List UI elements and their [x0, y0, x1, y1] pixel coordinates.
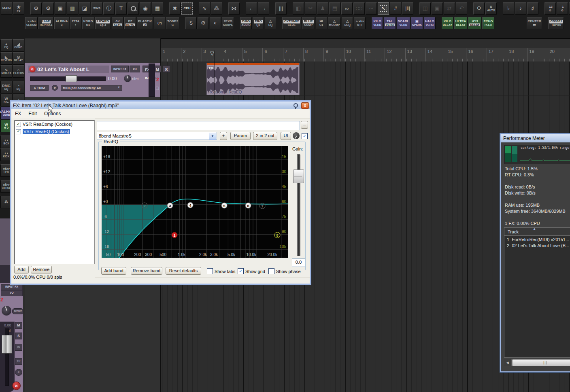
- actions-wrench-icon[interactable]: ⚙: [30, 2, 42, 15]
- mcp-mute-button[interactable]: M: [15, 322, 22, 329]
- scroll-thumb[interactable]: |||: [512, 359, 570, 366]
- link-icon[interactable]: ∞: [341, 2, 353, 15]
- fx-plugin-list[interactable]: ✓ VST: ReaComp (Cockos) ✓ VSTi: ReaEQ (C…: [14, 120, 95, 264]
- mcp-record-arm[interactable]: a: [12, 381, 21, 390]
- plugin-spark[interactable]: ▣ SPARK: [411, 17, 423, 29]
- midi-minus12-button[interactable]: -12 ⊙: [544, 2, 556, 15]
- save-project-icon[interactable]: ▣: [55, 2, 66, 15]
- flat-note-icon[interactable]: ♭: [503, 2, 514, 15]
- plugin-gear[interactable]: ⚙: [198, 17, 209, 29]
- plugin-exoscope[interactable]: 2EXO SCOPE: [222, 17, 234, 29]
- theme-shirt-icon[interactable]: T: [115, 2, 127, 15]
- funnel-icon[interactable]: ⋈: [228, 2, 240, 15]
- plugin-hy3-delay[interactable]: HY3 DELAY: [468, 17, 481, 29]
- close-icon[interactable]: x: [301, 102, 309, 109]
- plugin-albina[interactable]: ALBINA 3: [54, 17, 69, 29]
- nav-left-icon[interactable]: ←: [246, 2, 257, 15]
- plugin-slate[interactable]: Ｓ: [185, 17, 197, 29]
- show-phase-checkbox[interactable]: ✓ Show phase: [268, 268, 301, 274]
- show-grid-checkbox[interactable]: ✓ Show grid: [238, 268, 265, 274]
- fx-plugin-row[interactable]: ✓ VST: ReaComp (Cockos): [15, 121, 94, 128]
- pan-knob[interactable]: [124, 75, 131, 82]
- sharp-note-icon[interactable]: ♯: [527, 2, 538, 15]
- folder-icon[interactable]: ❏: [155, 86, 159, 91]
- perf-track-list[interactable]: ▲ Track 1: ForRetroRec(MIDI) v20151...2:…: [504, 227, 570, 358]
- marquee-select-icon[interactable]: ↖: [378, 2, 389, 15]
- plugin-tal-verb[interactable]: TAL VERB: [384, 17, 396, 29]
- plugin-globe-icon[interactable]: ◐: [210, 17, 221, 29]
- checkbox-icon[interactable]: ✓: [207, 268, 213, 274]
- record-arm-button[interactable]: a: [29, 66, 36, 72]
- perf-track-row[interactable]: 1: ForRetroRec(MIDI) v20151...: [504, 236, 570, 242]
- performance-meter-titlebar[interactable]: Performance Meter: [501, 134, 570, 142]
- scatter-icon[interactable]: ⁂: [211, 2, 222, 15]
- plugin-halo-verb[interactable]: HALO VERB: [424, 17, 436, 29]
- dock-item[interactable]: DMG EQ: [0, 81, 12, 93]
- preferences-gear-icon[interactable]: ⚙: [43, 2, 54, 15]
- plugin-kilo-verb[interactable]: KILO VERB: [372, 17, 383, 29]
- combo-arrow-icon[interactable]: ▼: [209, 133, 216, 140]
- metronome-icon[interactable]: ♟: [317, 2, 328, 15]
- checkbox-icon[interactable]: ✓: [238, 268, 244, 274]
- plugin-echo-plex[interactable]: ECHO PLEX: [482, 17, 494, 29]
- docker-grid-icon[interactable]: ▦: [152, 2, 163, 15]
- monitor-in-label[interactable]: IN: [145, 76, 149, 80]
- dock-item[interactable]: ◎ DELAY: [13, 52, 24, 65]
- gain-slider-handle[interactable]: [293, 170, 304, 183]
- more-options-button[interactable]: ...: [301, 121, 308, 129]
- plugin-eq[interactable]: △ EQ: [265, 17, 276, 29]
- ui-button[interactable]: UI: [281, 132, 291, 140]
- menu-item[interactable]: Edit: [25, 111, 40, 117]
- plugin-blue-comp[interactable]: BLUE COMP: [302, 17, 315, 29]
- clef-icon[interactable]: ♪: [515, 2, 526, 15]
- render-eye-icon[interactable]: ◉: [140, 2, 151, 15]
- plugin-pianoteq[interactable]: (P): [154, 17, 165, 29]
- auto-mode-button[interactable]: S AUTO: [485, 2, 497, 15]
- split-item-icon[interactable]: ◫: [419, 2, 431, 15]
- mcp-solo-button[interactable]: S: [15, 333, 22, 339]
- remove-band-button[interactable]: Remove band: [131, 267, 162, 275]
- bypass-checkbox[interactable]: ✓: [302, 133, 308, 139]
- solo-button[interactable]: S: [163, 66, 170, 72]
- plugin-scarl-verb[interactable]: SCARL VERB: [397, 17, 410, 29]
- cpu-meter-button[interactable]: CPU: [181, 2, 193, 15]
- pin-connector-button[interactable]: 2 in 2 out: [253, 132, 277, 140]
- plugin-ak-keys[interactable]: ΛK KEYS: [112, 17, 123, 29]
- mcp-phase-button[interactable]: ø: [15, 369, 22, 376]
- plugin-dmg-audio[interactable]: DMG AUDIO: [240, 17, 252, 29]
- dock-item[interactable]: ◢ COMP.: [13, 39, 24, 52]
- dock-item[interactable]: ▲ EQ: [0, 39, 12, 52]
- param-button[interactable]: Param: [230, 132, 251, 140]
- mcp-monitor-button[interactable]: IN: [15, 344, 22, 351]
- plugin-elastik2[interactable]: ELASTIK 2: [137, 17, 153, 29]
- dock-item[interactable]: ∩ FILTERS: [13, 65, 24, 78]
- envelope-node-icon[interactable]: ∾: [366, 2, 377, 15]
- track-name[interactable]: 02 Let's Talk About L: [37, 66, 89, 72]
- zoom-magnifier-icon[interactable]: [128, 2, 139, 15]
- dock-item[interactable]: ◣ REVERB: [0, 52, 12, 65]
- main-button[interactable]: MAIN: [1, 2, 12, 15]
- midi-minus1-button[interactable]: -1 ⊙: [557, 2, 568, 15]
- trash-icon[interactable]: ▥: [67, 2, 78, 15]
- io-button[interactable]: I/O: [130, 66, 140, 72]
- plugin-kilo-delay[interactable]: KILO DELAY: [442, 17, 453, 29]
- mcp-pan-knob[interactable]: [2, 306, 11, 316]
- dock-item[interactable]: ◔ EQ: [13, 81, 24, 93]
- plugin-enable-checkbox[interactable]: ✓: [16, 129, 21, 134]
- plugin-lizard-ep4[interactable]: LIZARD Ep-4: [95, 17, 111, 29]
- input-fx-button[interactable]: INPUT FX: [111, 66, 129, 72]
- copy-item-icon[interactable]: ▣: [432, 2, 443, 15]
- waveform-icon[interactable]: ∿: [199, 2, 210, 15]
- mcp-fader-handle[interactable]: [2, 335, 12, 354]
- plugin-korg-m1[interactable]: KORG M1: [82, 17, 94, 29]
- ripple-icon[interactable]: ⇄: [444, 2, 455, 15]
- plugin-pro-q2[interactable]: PRO Q2: [253, 17, 264, 29]
- midi-input-dropdown[interactable]: MIDI (not connected): All: [61, 85, 122, 91]
- mixer-sliders-icon[interactable]: |||: [275, 2, 287, 15]
- bars-icon[interactable]: |‖|: [402, 2, 413, 15]
- scissors-icon[interactable]: ✂: [305, 2, 316, 15]
- close-eye-icon[interactable]: ✖: [169, 2, 181, 15]
- grid-dots-icon[interactable]: ∷∷: [353, 2, 365, 15]
- preset-combobox[interactable]: 8bend MaestroS ▼: [97, 132, 217, 140]
- volume-handle[interactable]: [66, 75, 77, 82]
